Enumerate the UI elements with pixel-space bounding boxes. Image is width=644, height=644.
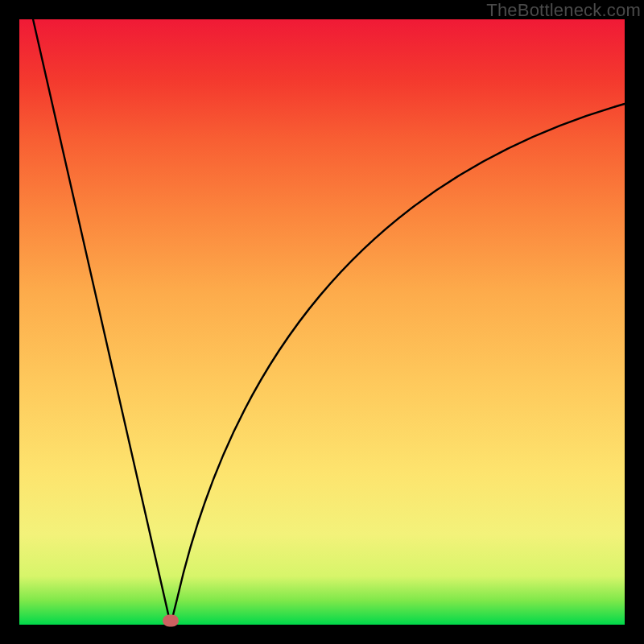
bottleneck-curve-path bbox=[19, 0, 625, 625]
watermark-label: TheBottleneck.com bbox=[486, 0, 641, 21]
outer-frame: TheBottleneck.com bbox=[0, 0, 644, 644]
bottleneck-curve-svg bbox=[19, 19, 625, 625]
optimum-marker bbox=[163, 615, 179, 627]
